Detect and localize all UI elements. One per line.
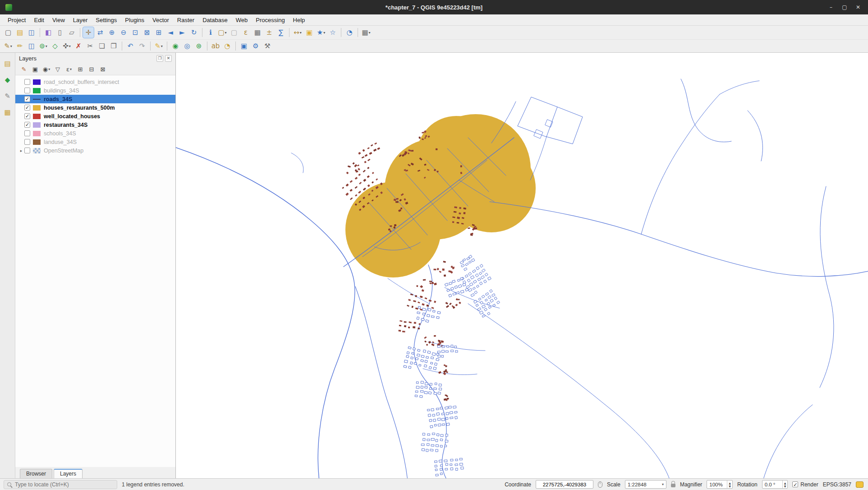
layer-item-road_school_buffers_intersect[interactable]: road_school_buffers_intersect <box>15 78 175 86</box>
layer-visibility-checkbox[interactable]: ✓ <box>24 122 30 128</box>
layer-visibility-checkbox[interactable]: ✓ <box>24 96 30 102</box>
zoom-to-layer-icon[interactable]: ⊞ <box>153 27 164 38</box>
scale-combo[interactable]: 1:22848 ▾ <box>625 480 666 489</box>
crs-label[interactable]: EPSG:3857 <box>823 481 851 488</box>
layer-item-well_located_houses[interactable]: ✓well_located_houses <box>15 112 175 120</box>
maximize-button[interactable]: ▢ <box>838 2 851 13</box>
delete-selected-icon[interactable]: ✗ <box>73 41 84 51</box>
menu-plugins[interactable]: Plugins <box>121 15 148 25</box>
manage-map-themes-icon[interactable]: ◉▾ <box>41 65 51 74</box>
layer-item-landuse_34S[interactable]: landuse_34S <box>15 138 175 146</box>
new-project-icon[interactable]: ▢ <box>3 27 14 38</box>
zoom-in-icon[interactable]: ⊕ <box>106 27 117 38</box>
messages-icon[interactable] <box>856 481 863 488</box>
redo-icon[interactable]: ↷ <box>137 41 147 51</box>
spinner-arrows[interactable]: ▲▼ <box>782 481 788 488</box>
style-manager-icon[interactable]: ◧ <box>43 27 54 38</box>
new-map-view-icon[interactable]: ▦▾ <box>361 27 372 38</box>
expand-all-icon[interactable]: ⊞ <box>75 65 85 74</box>
vertex-tool-icon[interactable]: ✜▾ <box>61 41 72 51</box>
dropdown-caret-icon[interactable]: ▾ <box>369 31 371 35</box>
spin-down-icon[interactable]: ▼ <box>727 485 732 488</box>
spinner-arrows[interactable]: ▲▼ <box>727 481 732 488</box>
locate-input[interactable] <box>14 481 114 488</box>
menu-edit[interactable]: Edit <box>30 15 48 25</box>
layer-visibility-checkbox[interactable]: ✓ <box>24 105 30 111</box>
zoom-to-selection-icon[interactable]: ⊠ <box>142 27 152 38</box>
deselect-features-icon[interactable]: ▢ <box>229 27 239 38</box>
new-bookmark-icon[interactable]: ★▾ <box>316 27 326 38</box>
menu-view[interactable]: View <box>48 15 69 25</box>
render-checkbox[interactable]: ✓ Render <box>792 481 818 488</box>
statistical-summary-icon[interactable]: ∑ <box>276 27 286 38</box>
layer-item-buildings_34S[interactable]: buildings_34S <box>15 86 175 95</box>
mouse-position-toggle-icon[interactable] <box>598 481 602 488</box>
layout-manager-icon[interactable]: ▱ <box>66 27 77 38</box>
open-project-icon[interactable]: ▤ <box>14 27 25 38</box>
dropdown-caret-icon[interactable]: ▾ <box>10 44 12 48</box>
filter-legend-icon[interactable]: ▽ <box>53 65 63 74</box>
magnifier-spinbox[interactable]: 100% ▲▼ <box>707 480 733 489</box>
locate-box[interactable] <box>4 480 117 489</box>
identify-features-icon[interactable]: ℹ <box>205 27 216 38</box>
select-by-expression-icon[interactable]: ε <box>240 27 251 38</box>
paste-features-icon[interactable]: ❐ <box>108 41 119 51</box>
dropdown-caret-icon[interactable]: ▾ <box>323 31 325 35</box>
open-layer-styling-icon[interactable]: ✎ <box>19 65 29 74</box>
undo-icon[interactable]: ↶ <box>125 41 136 51</box>
field-calculator-icon[interactable]: ± <box>264 27 275 38</box>
filter-by-expression-icon[interactable]: ε▾ <box>64 65 74 74</box>
osm-tools-icon[interactable]: ▣ <box>239 41 249 51</box>
remove-layer-icon[interactable]: ⊠ <box>98 65 108 74</box>
collapse-all-icon[interactable]: ⊟ <box>87 65 96 74</box>
zoom-full-icon[interactable]: ⊡ <box>130 27 141 38</box>
layer-visibility-checkbox[interactable] <box>24 139 30 145</box>
save-edits-icon[interactable]: ◫ <box>26 41 37 51</box>
chevron-down-icon[interactable]: ▾ <box>662 482 664 486</box>
open-attribute-table-icon[interactable]: ▦ <box>252 27 263 38</box>
map-tips-icon[interactable]: ▣ <box>304 27 315 38</box>
processing-toolbox-icon[interactable]: ⚙ <box>250 41 261 51</box>
map-svg[interactable] <box>176 53 868 478</box>
layer-visibility-checkbox[interactable] <box>24 130 30 136</box>
layer-item-roads_34S[interactable]: ✓roads_34S <box>15 95 175 103</box>
layer-visibility-checkbox[interactable] <box>24 79 30 85</box>
cut-features-icon[interactable]: ✂ <box>85 41 96 51</box>
spin-up-icon[interactable]: ▲ <box>727 481 732 485</box>
layer-visibility-checkbox[interactable] <box>24 88 30 93</box>
render-checkbox-box[interactable]: ✓ <box>792 481 798 487</box>
coordinate-input[interactable] <box>536 480 593 489</box>
close-button[interactable]: ✕ <box>852 2 864 13</box>
dropdown-caret-icon[interactable]: ▾ <box>161 44 163 48</box>
zoom-out-icon[interactable]: ⊖ <box>118 27 129 38</box>
add-feature-icon[interactable]: ◇ <box>50 41 60 51</box>
layer-visibility-checkbox[interactable]: ✓ <box>24 113 30 119</box>
toggle-editing-icon[interactable]: ✏ <box>14 41 25 51</box>
select-features-icon[interactable]: ▢▾ <box>217 27 228 38</box>
copy-features-icon[interactable]: ❏ <box>96 41 107 51</box>
minimize-button[interactable]: – <box>825 2 837 13</box>
dropdown-caret-icon[interactable]: ▾ <box>69 44 71 48</box>
menu-web[interactable]: Web <box>232 15 252 25</box>
layer-item-schools_34S[interactable]: schools_34S <box>15 129 175 138</box>
tab-layers[interactable]: Layers <box>54 469 83 478</box>
spin-down-icon[interactable]: ▼ <box>783 485 788 488</box>
menu-vector[interactable]: Vector <box>148 15 173 25</box>
refresh-icon[interactable]: ↻ <box>188 27 199 38</box>
panel-float-icon[interactable]: ❐ <box>156 55 163 62</box>
quickmap-globe-icon[interactable]: ⊛ <box>193 41 204 51</box>
map-canvas[interactable] <box>176 53 868 478</box>
menu-processing[interactable]: Processing <box>252 15 289 25</box>
new-print-layout-icon[interactable]: ▯ <box>55 27 65 38</box>
lock-scale-icon[interactable] <box>671 484 675 487</box>
annotation-dock-icon[interactable]: ✎ <box>2 91 13 102</box>
zoom-next-icon[interactable]: ► <box>177 27 188 38</box>
layer-visibility-checkbox[interactable] <box>24 148 30 153</box>
show-bookmarks-icon[interactable]: ☆ <box>327 27 338 38</box>
dropdown-caret-icon[interactable]: ▾ <box>48 67 50 71</box>
pan-map-icon[interactable]: ✛ <box>83 27 94 38</box>
zoom-last-icon[interactable]: ◄ <box>165 27 176 38</box>
vector-dock-icon[interactable]: ◆ <box>2 74 13 85</box>
save-project-icon[interactable]: ◫ <box>26 27 37 38</box>
menu-raster[interactable]: Raster <box>173 15 198 25</box>
